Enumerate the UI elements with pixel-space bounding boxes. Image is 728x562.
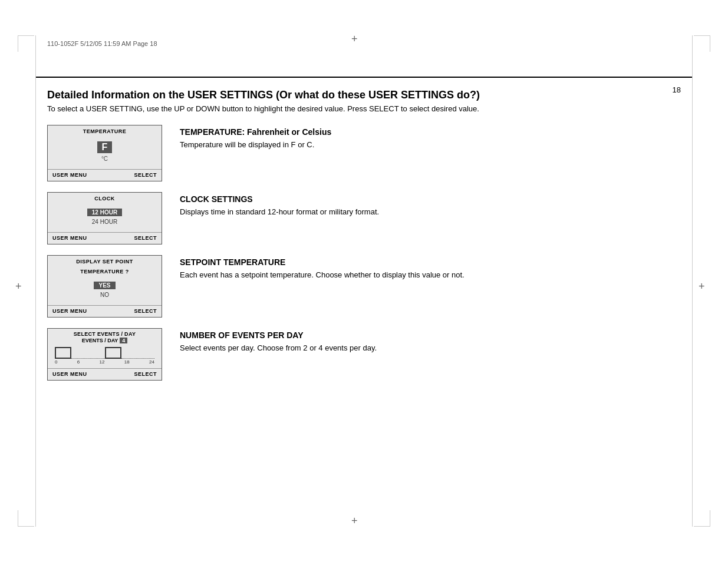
clock-selected: 12 HOUR [87, 209, 122, 216]
page-rule-right [692, 35, 693, 527]
corner-decoration-br [694, 510, 710, 527]
temperature-desc: TEMPERATURE: Fahrenheit or Celsius Tempe… [180, 125, 331, 151]
setpoint-panel-title-line1: DISPLAY SET POINT [48, 256, 162, 266]
setpoint-panel-footer: USER MENU SELECT [48, 305, 162, 317]
temperature-desc-title: TEMPERATURE: Fahrenheit or Celsius [180, 127, 331, 137]
events-desc-text: Select events per day. Choose from 2 or … [180, 342, 377, 354]
clock-unselected: 24 HOUR [54, 219, 156, 225]
corner-decoration-bl [18, 510, 34, 527]
setpoint-panel-body: YES NO [48, 276, 162, 304]
setpoint-desc-title-real: SETPOINT TEMPERATURE [180, 257, 465, 267]
clock-desc-title: CLOCK SETTINGS [180, 194, 379, 204]
events-user-menu: USER MENU [52, 371, 87, 377]
events-panel-footer: USER MENU SELECT [48, 368, 162, 380]
events-desc-title: NUMBER OF EVENTS PER DAY [180, 330, 377, 340]
doc-info: 110-1052F 5/12/05 11:59 AM Page 18 [47, 40, 157, 47]
timeline-label-18: 18 [124, 359, 130, 365]
timeline-label-6: 6 [77, 359, 80, 365]
page-rule-left [35, 35, 36, 527]
setpoint-select: SELECT [134, 308, 157, 314]
page-rule-top [35, 77, 693, 78]
main-title: Detailed Information on the USER SETTING… [47, 88, 681, 102]
timeline-label-24: 24 [149, 359, 154, 365]
setpoint-panel-title-line2: TEMPERATURE ? [48, 266, 162, 276]
setpoint-desc: NUMBER OF EVENTS PER DAY SETPOINT TEMPER… [180, 255, 465, 281]
temperature-row: TEMPERATURE F °C USER MENU SELECT TEMPER… [47, 125, 681, 181]
clock-panel: CLOCK 12 HOUR 24 HOUR USER MENU SELECT [47, 192, 162, 244]
main-content: Detailed Information on the USER SETTING… [47, 88, 681, 391]
clock-desc: CLOCK SETTINGS Displays time in standard… [180, 192, 379, 218]
clock-panel-footer: USER MENU SELECT [48, 232, 162, 244]
clock-select: SELECT [134, 235, 157, 241]
temperature-desc-text: Temperature will be displayed in F or C. [180, 139, 331, 151]
setpoint-panel: DISPLAY SET POINT TEMPERATURE ? YES NO U… [47, 255, 162, 318]
temperature-select: SELECT [134, 172, 157, 178]
temperature-panel: TEMPERATURE F °C USER MENU SELECT [47, 125, 162, 181]
events-select: SELECT [134, 371, 157, 377]
reg-mark-mid-left [18, 283, 27, 292]
events-row: SELECT EVENTS / DAY EVENTS / DAY 4 [47, 328, 681, 381]
temperature-unselected: °C [54, 156, 156, 162]
clock-panel-title: CLOCK [48, 193, 162, 203]
subtitle: To select a USER SETTING, use the UP or … [47, 104, 681, 113]
temperature-panel-body: F °C [48, 135, 162, 168]
corner-decoration-tl [18, 35, 34, 52]
temperature-panel-title: TEMPERATURE [48, 125, 162, 135]
reg-mark-mid-right [701, 283, 710, 292]
setpoint-selected: YES [94, 282, 115, 289]
clock-panel-body: 12 HOUR 24 HOUR [48, 203, 162, 231]
events-value: 4 [120, 338, 127, 343]
clock-desc-text: Displays time in standard 12-hour format… [180, 206, 379, 218]
temperature-selected: F [97, 141, 113, 153]
corner-decoration-tr [694, 35, 710, 52]
events-panel-title: SELECT EVENTS / DAY [48, 329, 162, 338]
events-panel: SELECT EVENTS / DAY EVENTS / DAY 4 [47, 328, 162, 381]
events-day-line: EVENTS / DAY 4 [48, 338, 162, 346]
reg-mark-top [354, 35, 363, 45]
clock-row: CLOCK 12 HOUR 24 HOUR USER MENU SELECT C… [47, 192, 681, 244]
events-timeline: 0 6 12 18 24 [48, 346, 162, 367]
setpoint-user-menu: USER MENU [52, 308, 87, 314]
setpoint-row: DISPLAY SET POINT TEMPERATURE ? YES NO U… [47, 255, 681, 318]
clock-user-menu: USER MENU [52, 235, 87, 241]
timeline-label-0: 0 [55, 359, 57, 365]
setpoint-desc-text: Each event has a setpoint temperature. C… [180, 269, 465, 281]
reg-mark-bottom [354, 517, 363, 527]
events-desc: NUMBER OF EVENTS PER DAY Select events p… [180, 328, 377, 354]
events-label: EVENTS / DAY [82, 338, 118, 343]
timeline-label-12: 12 [100, 359, 105, 365]
temperature-panel-footer: USER MENU SELECT [48, 169, 162, 181]
setpoint-unselected: NO [54, 292, 156, 298]
temperature-user-menu: USER MENU [52, 172, 87, 178]
